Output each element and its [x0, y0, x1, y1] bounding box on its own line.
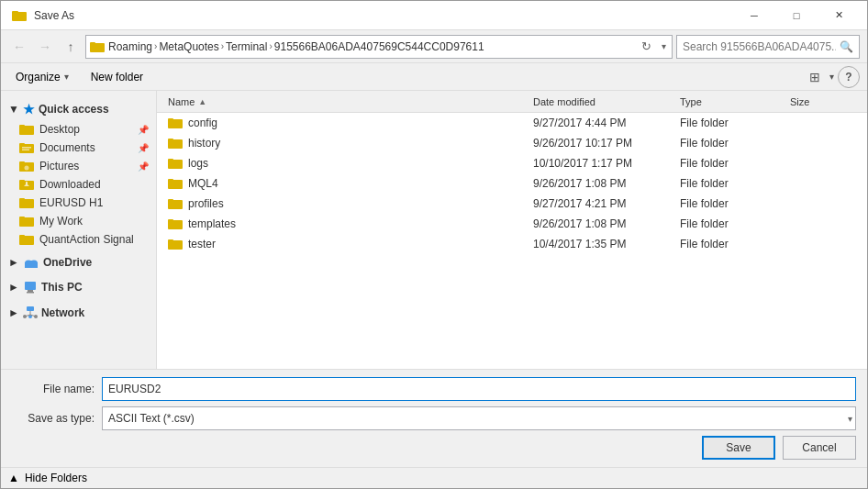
- svg-rect-28: [28, 290, 33, 292]
- sidebar-item-pictures[interactable]: Pictures 📌: [1, 157, 156, 175]
- view-button[interactable]: ⊞: [804, 66, 826, 88]
- table-row[interactable]: config 9/27/2017 4:44 PM File folder: [157, 113, 867, 133]
- file-name: history: [188, 137, 220, 150]
- bottom-area: File name: Save as type: ASCII Text (*.c…: [1, 369, 867, 467]
- table-row[interactable]: logs 10/10/2017 1:17 PM File folder: [157, 153, 867, 173]
- svg-rect-29: [27, 292, 34, 294]
- organize-toolbar: Organize New folder ⊞ ▾ ?: [1, 63, 867, 91]
- file-name-cell: config: [164, 117, 529, 129]
- svg-rect-8: [22, 147, 31, 149]
- sidebar-item-downloaded[interactable]: Downloaded: [1, 175, 156, 194]
- file-date: 9/27/2017 4:21 PM: [529, 197, 676, 210]
- sidebar-desktop-label: Desktop: [39, 123, 80, 136]
- file-date: 9/26/2017 10:17 PM: [529, 137, 676, 150]
- main-content: ▼ ★ Quick access Desktop 📌: [1, 91, 867, 369]
- sidebar-eurusd-label: EURUSD H1: [39, 196, 103, 209]
- file-name: logs: [188, 157, 208, 170]
- quick-access-header[interactable]: ▼ ★ Quick access: [1, 98, 156, 120]
- sidebar: ▼ ★ Quick access Desktop 📌: [1, 91, 157, 369]
- address-sep-3: ›: [269, 41, 272, 51]
- up-button[interactable]: ↑: [60, 36, 82, 58]
- network-header[interactable]: ► Network: [1, 302, 156, 324]
- file-date: 9/26/2017 1:08 PM: [529, 217, 676, 230]
- address-part-roaming[interactable]: Roaming: [108, 40, 152, 53]
- savetype-dropdown[interactable]: ASCII Text (*.csv): [102, 406, 856, 430]
- folder-icon-file: [168, 197, 183, 210]
- sidebar-item-mywork[interactable]: My Work: [1, 212, 156, 230]
- pin-icon-pics: 📌: [138, 161, 149, 172]
- toolbar-right: ⊞ ▾ ?: [804, 66, 860, 88]
- table-row[interactable]: tester 10/4/2017 1:35 PM File folder: [157, 234, 867, 254]
- file-type: File folder: [676, 217, 786, 230]
- col-type-header[interactable]: Type: [676, 96, 786, 107]
- refresh-button[interactable]: ↻: [636, 37, 656, 57]
- network-section: ► Network: [1, 302, 156, 324]
- file-date: 10/10/2017 1:17 PM: [529, 157, 676, 170]
- sidebar-onedrive-label: OneDrive: [43, 256, 92, 269]
- file-name-cell: templates: [164, 217, 529, 230]
- table-row[interactable]: history 9/26/2017 10:17 PM File folder: [157, 133, 867, 153]
- address-bar[interactable]: Roaming › MetaQuotes › Terminal › 915566…: [85, 35, 673, 59]
- folder-icon-file: [168, 238, 183, 250]
- search-input[interactable]: [683, 40, 836, 53]
- hide-folders-row[interactable]: ▲ Hide Folders: [1, 467, 867, 488]
- search-box[interactable]: 🔍: [676, 35, 860, 59]
- search-icon: 🔍: [840, 40, 853, 53]
- table-row[interactable]: MQL4 9/26/2017 1:08 PM File folder: [157, 173, 867, 194]
- address-part-metaquotes[interactable]: MetaQuotes: [159, 40, 218, 53]
- col-date-label: Date modified: [533, 96, 595, 107]
- maximize-button[interactable]: □: [775, 1, 818, 30]
- sidebar-documents-label: Documents: [39, 141, 95, 154]
- table-row[interactable]: templates 9/26/2017 1:08 PM File folder: [157, 214, 867, 234]
- col-date-header[interactable]: Date modified: [529, 96, 676, 107]
- col-size-header[interactable]: Size: [786, 96, 860, 107]
- title-icon: [12, 8, 27, 23]
- col-name-header[interactable]: Name ▲: [164, 96, 529, 107]
- address-sep-2: ›: [221, 41, 224, 51]
- svg-rect-38: [168, 118, 173, 121]
- view-dropdown-icon: ▾: [829, 72, 834, 82]
- onedrive-header[interactable]: ► OneDrive: [1, 252, 156, 272]
- file-type: File folder: [676, 197, 786, 210]
- sidebar-item-eurusd[interactable]: EURUSD H1: [1, 194, 156, 212]
- minimize-button[interactable]: ─: [733, 1, 775, 30]
- thispc-header[interactable]: ► This PC: [1, 276, 156, 298]
- folder-icon-file: [168, 137, 183, 150]
- folder-icon-downloaded: [19, 178, 34, 191]
- address-part-terminal[interactable]: Terminal: [226, 40, 267, 53]
- file-type: File folder: [676, 117, 786, 129]
- file-name: config: [188, 117, 217, 129]
- quick-access-label: Quick access: [39, 103, 109, 116]
- sidebar-quantaction-label: QuantAction Signal: [39, 233, 134, 246]
- savetype-value: ASCII Text (*.csv): [108, 412, 195, 425]
- organize-button[interactable]: Organize: [8, 66, 76, 88]
- sort-arrow-icon: ▲: [198, 97, 206, 106]
- svg-point-12: [25, 166, 29, 171]
- organize-label: Organize: [16, 71, 61, 83]
- save-button[interactable]: Save: [702, 436, 775, 460]
- file-type: File folder: [676, 238, 786, 250]
- pin-icon: 📌: [138, 125, 149, 135]
- table-row[interactable]: profiles 9/27/2017 4:21 PM File folder: [157, 194, 867, 214]
- hide-folders-label: Hide Folders: [25, 472, 87, 484]
- filename-input[interactable]: [102, 377, 856, 401]
- file-list-header: Name ▲ Date modified Type Size: [157, 91, 867, 113]
- quick-access-section: ▼ ★ Quick access Desktop 📌: [1, 98, 156, 249]
- back-button[interactable]: ←: [8, 36, 30, 58]
- forward-button[interactable]: →: [34, 36, 56, 58]
- close-button[interactable]: ✕: [818, 1, 860, 30]
- folder-icon-documents: [19, 141, 34, 154]
- pc-icon: [23, 280, 38, 295]
- sidebar-item-desktop[interactable]: Desktop 📌: [1, 120, 156, 139]
- title-bar-left: Save As: [12, 8, 74, 23]
- title-bar: Save As ─ □ ✕: [1, 1, 867, 30]
- sidebar-item-quantaction[interactable]: QuantAction Signal: [1, 230, 156, 249]
- sidebar-item-documents[interactable]: Documents 📌: [1, 139, 156, 157]
- folder-icon-quantaction: [19, 233, 34, 246]
- help-button[interactable]: ?: [838, 66, 860, 88]
- cancel-button[interactable]: Cancel: [783, 436, 856, 460]
- sidebar-pictures-label: Pictures: [39, 160, 79, 172]
- address-part-id[interactable]: 915566BA06ADA407569C544CC0D97611: [274, 40, 484, 53]
- file-name: profiles: [188, 197, 224, 210]
- new-folder-button[interactable]: New folder: [83, 66, 150, 88]
